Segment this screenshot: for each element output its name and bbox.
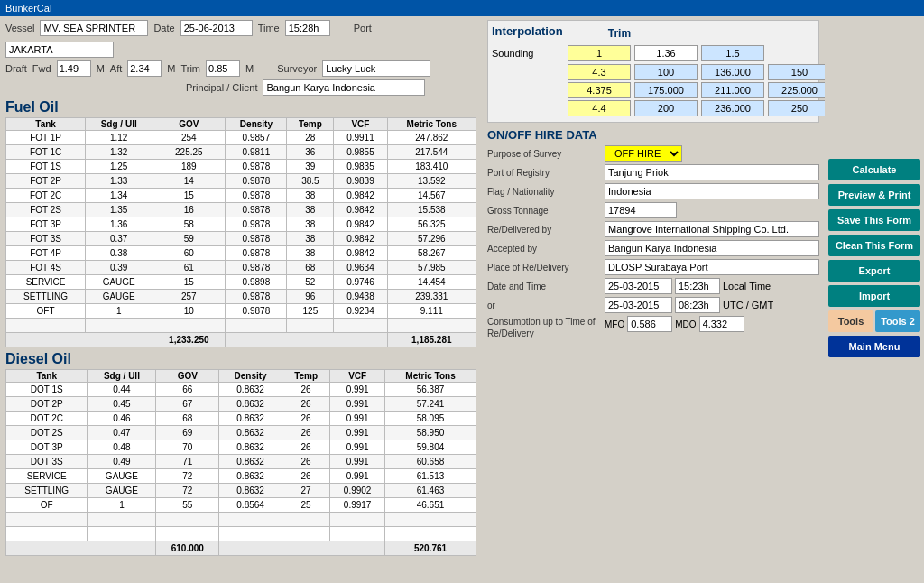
tools2-button[interactable]: Tools 2 [875,310,920,332]
table-row: FOT 3S0.37590.9878380.984257.296 [6,232,476,246]
accepted-label: Accepted by [487,244,605,254]
trim-input[interactable] [206,60,240,77]
m-label-3: M [245,63,254,74]
tools-button[interactable]: Tools [828,310,873,332]
table-row: DOT 3P0.48700.8632260.99159.804 [6,440,476,455]
interp-v2-input[interactable] [701,64,764,80]
export-button[interactable]: Export [828,260,920,282]
aft-input[interactable] [127,60,162,77]
port-input[interactable] [5,42,114,58]
redelivered-input[interactable] [605,221,819,237]
interp-v2-input[interactable] [701,100,764,116]
interp-sounding-input[interactable] [568,82,631,98]
save-form-button[interactable]: Save This Form [828,209,920,231]
do-total-label [6,541,156,556]
vessel-label: Vessel [5,23,34,33]
gross-tonnage-input[interactable] [605,202,677,218]
onoff-section: ON/OFF HIRE DATA Purpose of Survey OFF H… [487,128,819,339]
fo-total-empty [226,333,387,347]
flag-label: Flag / Nationality [487,187,605,197]
date2-input[interactable] [605,297,672,313]
time1-input[interactable] [675,278,720,294]
table-row: SERVICEGAUGE150.9898520.974614.454 [6,275,476,290]
mfo-label: MFO [605,319,624,329]
interp-v3-input[interactable] [768,100,825,116]
do-col-metric: Metric Tons [385,370,476,383]
fuel-oil-title: Fuel Oil [5,99,476,116]
button-panel: Calculate Preview & Print Save This Form… [825,16,924,583]
interp-v1-input[interactable] [634,64,698,80]
table-row: DOT 3S0.49710.8632260.99160.658 [6,455,476,469]
table-row: FOT 1C1.32225.250.9811360.9855217.544 [6,145,476,160]
time2-input[interactable] [675,297,720,313]
calculate-button[interactable]: Calculate [828,159,920,180]
m-label-2: M [167,63,175,74]
table-row: FOT 2P1.33140.987838.50.983913.592 [6,174,476,189]
trim2-input[interactable] [701,45,764,61]
table-row: FOT 1S1.251890.9878390.9835183.410 [6,160,476,174]
do-total-gov: 610.000 [156,541,219,556]
main-menu-button[interactable]: Main Menu [828,336,920,357]
port-label: Port [354,23,372,33]
accepted-input[interactable] [605,240,819,256]
import-button[interactable]: Import [828,285,920,307]
table-row: SETTLINGGAUGE720.8632270.990261.463 [6,484,476,498]
draft-label: Draft [5,63,27,74]
vessel-input[interactable] [40,20,148,36]
mdo-input[interactable] [699,316,744,332]
fo-col-sdg: Sdg / Ull [86,118,152,131]
aft-label: Aft [110,63,122,74]
interpolation-section: Interpolation Trim Sounding [487,20,819,123]
fo-col-gov: GOV [152,118,226,131]
fo-col-metric: Metric Tons [387,118,476,131]
sounding-input[interactable] [568,45,631,61]
interp-v3-input[interactable] [768,82,825,98]
datetime-label: Date and Time [487,282,605,292]
do-col-gov: GOV [156,370,219,383]
do-col-tank: Tank [6,370,88,383]
interp-sounding-input[interactable] [568,100,631,116]
mfo-input[interactable] [627,316,672,332]
interp-v2-input[interactable] [701,82,764,98]
date-input[interactable] [180,20,253,36]
table-row: DOT 2S0.47690.8632260.99158.950 [6,426,476,440]
place-input[interactable] [605,259,819,275]
time-input[interactable] [285,20,330,36]
diesel-oil-table: Tank Sdg / Ull GOV Density Temp VCF Metr… [5,369,476,556]
fo-col-temp: Temp [287,118,334,131]
interp-v1-input[interactable] [634,100,698,116]
table-row: FOT 3P1.36580.9878380.984256.325 [6,217,476,232]
interp-row [492,100,815,116]
do-col-density: Density [219,370,282,383]
fo-total-label [6,333,152,347]
interp-sounding-input[interactable] [568,64,631,80]
sounding-label: Sounding [492,48,564,59]
interp-v1-input[interactable] [634,82,698,98]
consumption-label: Consumption up to Time of Re/Delivery [487,316,605,339]
diesel-oil-title: Diesel Oil [5,351,476,367]
table-row: DOT 2C0.46680.8632260.99158.095 [6,412,476,426]
trim1-input[interactable] [634,45,698,61]
place-label: Place of Re/Delivery [487,263,605,273]
date-label: Date [153,23,174,33]
fo-total-metric: 1,185.281 [387,333,476,347]
principal-label: Principal / Client [186,82,257,93]
table-row: DOT 1S0.44660.8632260.99156.387 [6,383,476,397]
table-row: OFT1100.98781250.92349.111 [6,304,476,319]
surveyor-input[interactable] [322,60,430,77]
date1-input[interactable] [605,278,672,294]
port-registry-input[interactable] [605,164,819,180]
interp-v3-input[interactable] [768,64,825,80]
do-col-temp: Temp [282,370,329,383]
table-row: FOT 2C1.34150.9878380.984214.567 [6,189,476,203]
flag-input[interactable] [605,183,819,199]
do-total-metric: 520.761 [385,541,476,556]
fwd-input[interactable] [57,60,91,77]
purpose-select[interactable]: OFF HIRE ON HIRE [605,145,682,162]
preview-print-button[interactable]: Preview & Print [828,184,920,206]
clean-form-button[interactable]: Clean This Form [828,235,920,256]
gross-tonnage-label: Gross Tonnage [487,206,605,216]
table-row: FOT 1P1.122540.9857280.9911247.862 [6,131,476,145]
local-time-label: Local Time [723,281,771,292]
principal-input[interactable] [263,79,425,96]
